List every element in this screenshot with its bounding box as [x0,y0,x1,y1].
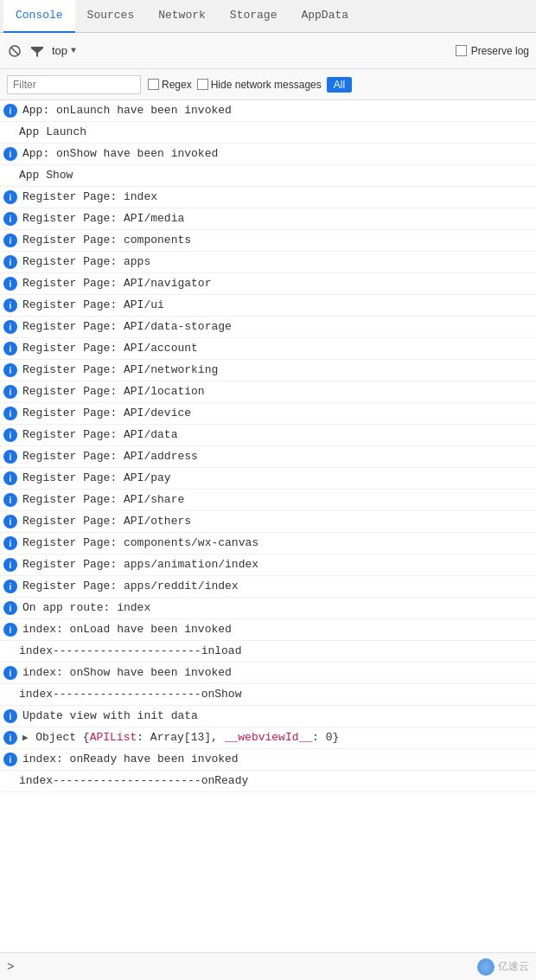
info-icon: i [3,623,17,637]
log-entry-4: iRegister Page: index [0,187,536,208]
info-icon: i [3,515,17,528]
watermark-logo-icon [477,958,495,976]
info-icon: i [3,753,17,766]
log-text: Register Page: API/location [22,383,205,400]
info-icon: i [3,428,17,442]
console-output: iApp: onLaunch have been invokedApp Laun… [0,100,536,792]
log-text: index: onLoad have been invoked [22,621,232,638]
log-entry-8: iRegister Page: API/navigator [0,273,536,295]
log-entry-21: iRegister Page: apps/animation/index [0,554,536,576]
tab-sources[interactable]: Sources [75,0,147,33]
log-text: Register Page: API/data-storage [22,318,232,336]
object-log-text: ▶ Object {APIList: Array[13], __webviewI… [22,729,339,746]
log-text: Register Page: API/navigator [22,275,211,292]
tab-console[interactable]: Console [3,0,75,33]
info-icon: i [3,342,17,355]
all-button[interactable]: All [327,77,352,93]
object-sep1: : Array[13], [137,731,224,744]
log-text: On app route: index [22,599,150,617]
info-icon: i [3,277,17,291]
log-entry-12: iRegister Page: API/networking [0,360,536,381]
log-entry-5: iRegister Page: API/media [0,208,536,230]
context-value: top [52,44,67,57]
log-text: index: onShow have been invoked [22,664,232,682]
log-text: Register Page: API/address [22,448,198,465]
tab-network[interactable]: Network [146,0,218,33]
log-entry-object-29[interactable]: i▶ Object {APIList: Array[13], __webview… [0,727,536,749]
log-entry-18: iRegister Page: API/share [0,490,536,511]
filter-bar: Regex Hide network messages All [0,69,536,100]
log-text: Register Page: components [22,232,191,249]
log-entry-17: iRegister Page: API/pay [0,468,536,490]
object-key2: __webviewId__ [225,731,312,744]
log-entry-19: iRegister Page: API/others [0,511,536,533]
log-entry-23: iOn app route: index [0,598,536,619]
regex-label: Regex [162,79,192,91]
info-icon: i [3,709,17,723]
hide-network-option[interactable]: Hide network messages [197,79,322,91]
log-text: Register Page: API/media [22,210,184,227]
log-text: Register Page: components/wx-canvas [22,535,258,552]
preserve-log-label: Preserve log [471,45,529,57]
watermark-text: 亿速云 [498,959,529,974]
log-text: Register Page: apps [22,253,150,271]
log-text: Register Page: API/networking [22,362,218,379]
log-text: Register Page: API/others [22,513,191,530]
log-indent-1: App Launch [0,122,536,144]
log-entry-6: iRegister Page: components [0,230,536,252]
log-entry-20: iRegister Page: components/wx-canvas [0,533,536,554]
hide-network-label: Hide network messages [211,79,322,91]
log-text: Register Page: index [22,189,157,206]
filter-input[interactable] [7,75,141,94]
log-indent-3: App Show [0,165,536,187]
info-icon: i [3,190,17,204]
dropdown-arrow-icon: ▼ [71,46,76,55]
filter-icon[interactable] [29,43,45,59]
log-text: index: onReady have been invoked [22,751,239,768]
block-icon[interactable] [7,43,22,59]
log-text: Register Page: API/account [22,340,198,357]
log-entry-9: iRegister Page: API/ui [0,295,536,317]
log-text: Register Page: API/ui [22,297,164,314]
bottom-bar: > 亿速云 [0,952,536,980]
watermark: 亿速云 [477,958,529,976]
tab-storage[interactable]: Storage [218,0,290,33]
info-icon: i [3,536,17,550]
info-icon: i [3,298,17,312]
info-icon: i [3,147,17,161]
info-icon: i [3,450,17,464]
info-icon: i [3,731,17,745]
log-indent-31: index----------------------onReady [0,771,536,792]
log-entry-24: iindex: onLoad have been invoked [0,619,536,641]
log-entry-26: iindex: onShow have been invoked [0,663,536,684]
expand-arrow-icon: ▶ [22,733,34,743]
preserve-log-checkbox[interactable] [456,45,467,56]
log-entry-7: iRegister Page: apps [0,252,536,273]
log-text: Register Page: API/data [22,426,177,444]
info-icon: i [3,493,17,507]
info-icon: i [3,385,17,399]
context-select[interactable]: top ▼ [52,44,449,57]
tab-appdata[interactable]: AppData [289,0,361,33]
info-icon: i [3,234,17,247]
object-prefix: Object { [35,731,89,744]
log-entry-11: iRegister Page: API/account [0,338,536,360]
info-icon: i [3,407,17,420]
log-text: Register Page: API/device [22,405,191,422]
filter-options: Regex Hide network messages All [148,77,352,93]
tab-bar: Console Sources Network Storage AppData [0,0,536,33]
info-icon: i [3,363,17,377]
log-indent-25: index----------------------inload [0,641,536,663]
info-icon: i [3,558,17,572]
regex-option[interactable]: Regex [148,79,192,91]
log-entry-30: iindex: onReady have been invoked [0,749,536,771]
log-text: Update view with init data [22,708,198,725]
regex-checkbox[interactable] [148,79,159,90]
object-sep2: : 0} [312,731,339,744]
log-entry-22: iRegister Page: apps/reddit/index [0,576,536,598]
log-text: App: onLaunch have been invoked [22,102,232,119]
log-text: Register Page: apps/reddit/index [22,578,239,595]
hide-network-checkbox[interactable] [197,79,208,90]
info-icon: i [3,212,17,226]
prompt-icon[interactable]: > [7,960,14,974]
